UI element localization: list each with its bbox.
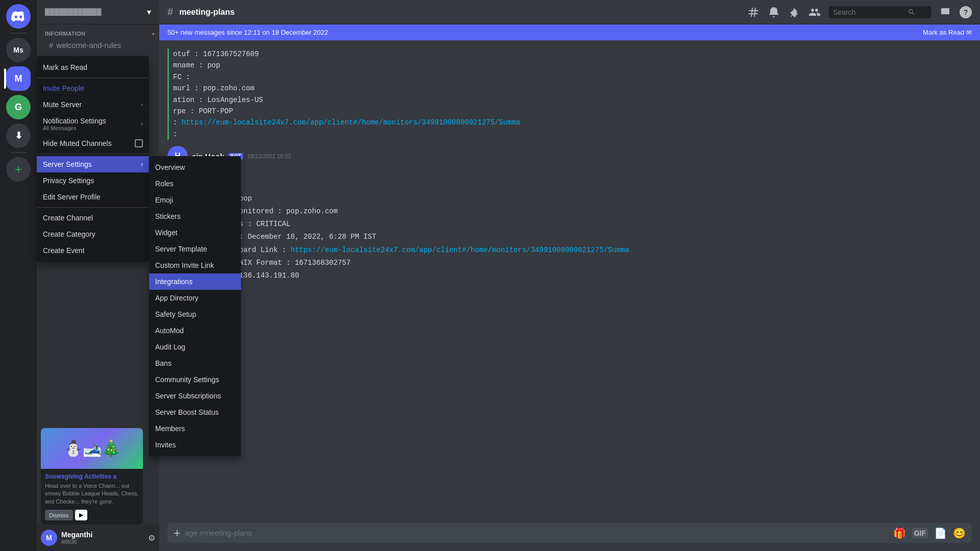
submenu-bans[interactable]: Bans — [149, 355, 241, 371]
hashtag-button[interactable] — [747, 6, 760, 18]
menu-create-channel-label: Create Channel — [43, 214, 143, 222]
message-author-row: H ain Hook BOT 18/12/2022 18:32 — [167, 146, 972, 166]
context-menu-overlay: Mark as Read Invite People Mute Server ›… — [37, 0, 159, 551]
help-icon[interactable]: ? — [960, 6, 972, 18]
server-icon-download[interactable]: ⬇ — [6, 123, 31, 148]
submenu-audit-log[interactable]: Audit Log — [149, 339, 241, 355]
detail-link-1[interactable]: https://eum-localsite24x7.com/app/client… — [290, 246, 629, 254]
pin-icon[interactable] — [788, 6, 800, 18]
message-content: s24x7 o is Critical lay Name : pop P Ser… — [192, 168, 972, 282]
menu-hide-muted-label: Hide Muted Channels — [43, 139, 135, 147]
chat-add-icon[interactable]: + — [174, 526, 181, 540]
mark-as-read-button[interactable]: Mark as Read ✉ — [923, 29, 972, 36]
menu-notification-settings[interactable]: Notification Settings All Messages › — [37, 113, 149, 135]
submenu-overview[interactable]: Overview — [149, 159, 241, 176]
menu-mark-as-read[interactable]: Mark as Read — [37, 59, 149, 76]
menu-create-category[interactable]: Create Category — [37, 226, 149, 242]
server-icon-download-label: ⬇ — [15, 130, 22, 141]
submenu-roles[interactable]: Roles — [149, 176, 241, 192]
inbox-icon[interactable] — [939, 6, 951, 18]
submenu-automod[interactable]: AutoMod — [149, 322, 241, 339]
submenu-app-directory[interactable]: App Directory — [149, 290, 241, 306]
menu-privacy-settings-label: Privacy Settings — [43, 177, 143, 185]
submenu-invites[interactable]: Invites — [149, 437, 241, 453]
discord-home-icon[interactable] — [6, 4, 31, 29]
submenu-stickers[interactable]: Stickers — [149, 208, 241, 224]
submenu-community-settings[interactable]: Community Settings — [149, 371, 241, 388]
menu-invite-people[interactable]: Invite People — [37, 80, 149, 96]
detail-line-5: nitor Dashboard Link : https://eum-local… — [192, 244, 972, 257]
menu-create-event-label: Create Event — [43, 246, 143, 255]
chat-input-field[interactable] — [185, 523, 889, 543]
submenu-server-boost-status[interactable]: Server Boost Status — [149, 404, 241, 420]
detail-line-7: olved IP : 136.143.191.80 — [192, 269, 972, 282]
message-line-4: murl : pop.zoho.com — [173, 83, 972, 94]
add-server-button[interactable]: + — [6, 157, 31, 182]
gif-icon[interactable]: GIF — [912, 528, 928, 538]
server-icon-green[interactable]: G — [6, 95, 31, 119]
detail-line-3: nitor status : CRITICAL — [192, 218, 972, 231]
menu-create-category-label: Create Category — [43, 230, 143, 238]
menu-edit-server-profile[interactable]: Edit Server Profile — [37, 189, 149, 205]
menu-invite-people-label: Invite People — [43, 84, 143, 92]
menu-mute-server[interactable]: Mute Server › — [37, 96, 149, 113]
menu-server-settings-chevron: › — [141, 161, 143, 168]
chat-header: # meeting-plans — [159, 0, 980, 24]
message-title: o is Critical — [192, 179, 972, 192]
members-icon[interactable] — [808, 6, 821, 18]
submenu-integrations[interactable]: Integrations — [149, 273, 241, 290]
server-icon-ms-label: Ms — [13, 46, 23, 54]
new-messages-banner: 50+ new messages since 12:11 on 18 Decem… — [159, 24, 980, 40]
server-icon-green-label: G — [15, 102, 22, 113]
chat-input-box: + 🎁 GIF 📄 😊 — [167, 523, 972, 543]
message-source: s24x7 — [192, 168, 972, 178]
channel-sidebar: ████████████ ▾ INFORMATION + # welcome-a… — [37, 0, 159, 551]
gift-icon[interactable]: 🎁 — [893, 527, 906, 539]
message-line-7: : https://eum-localsite24x7.com/app/clie… — [173, 117, 972, 128]
detail-line-2: P Servers Monitored : pop.zoho.com — [192, 205, 972, 218]
message-timestamp: 18/12/2022 18:32 — [247, 153, 291, 159]
notification-bell-icon[interactable] — [768, 6, 780, 18]
bot-message-block: H ain Hook BOT 18/12/2022 18:32 s24x7 o … — [167, 146, 972, 282]
menu-notification-chevron: › — [141, 120, 143, 128]
header-icons: ? — [747, 6, 972, 18]
emoji-icon[interactable]: 😊 — [953, 527, 966, 539]
message-link-1[interactable]: https://eum-localsite24x7.com/app/client… — [182, 118, 521, 127]
menu-mute-server-label: Mute Server — [43, 101, 141, 109]
message-line-1: otuf : 1671367527609 — [173, 48, 972, 60]
new-messages-text: 50+ new messages since 12:11 on 18 Decem… — [167, 29, 328, 36]
submenu-widget[interactable]: Widget — [149, 224, 241, 241]
chat-input-icons: 🎁 GIF 📄 😊 — [893, 527, 966, 539]
menu-hide-muted-checkbox[interactable] — [135, 139, 143, 147]
search-bar[interactable] — [829, 6, 931, 18]
submenu-emoji[interactable]: Emoji — [149, 192, 241, 208]
submenu-safety-setup[interactable]: Safety Setup — [149, 306, 241, 322]
menu-mark-as-read-label: Mark as Read — [43, 63, 143, 71]
menu-create-event[interactable]: Create Event — [37, 242, 149, 259]
menu-privacy-settings[interactable]: Privacy Settings — [37, 172, 149, 189]
menu-notification-settings-label: Notification Settings All Messages — [43, 117, 141, 131]
context-menu: Mark as Read Invite People Mute Server ›… — [37, 56, 149, 262]
server-settings-submenu: Overview Roles Emoji Stickers Widget Ser… — [149, 156, 241, 456]
menu-create-channel[interactable]: Create Channel — [37, 210, 149, 226]
menu-separator-2 — [37, 154, 149, 154]
message-line-6: rpe : PORT-POP — [173, 106, 972, 117]
search-input[interactable] — [833, 8, 904, 16]
chat-header-hash-icon: # — [167, 6, 173, 18]
sticker-icon[interactable]: 📄 — [934, 527, 947, 539]
submenu-custom-invite-link[interactable]: Custom Invite Link — [149, 257, 241, 273]
menu-server-settings[interactable]: Server Settings › Overview Roles Emoji S… — [37, 156, 149, 172]
submenu-server-subscriptions[interactable]: Server Subscriptions — [149, 388, 241, 404]
detail-line-4: ical since : December 18, 2022, 6:28 PM … — [192, 231, 972, 243]
server-icon-m[interactable]: M — [6, 66, 31, 91]
submenu-members[interactable]: Members — [149, 420, 241, 437]
message-line-2: mname : pop — [173, 60, 972, 71]
submenu-server-template[interactable]: Server Template — [149, 241, 241, 257]
menu-hide-muted-channels[interactable]: Hide Muted Channels — [37, 135, 149, 152]
code-block-message: otuf : 1671367527609 mname : pop FC : mu… — [167, 48, 972, 140]
menu-server-settings-label: Server Settings — [43, 160, 141, 168]
detail-line-6: wntime in UNIX Format : 1671368302757 — [192, 257, 972, 269]
chat-header-channel-name: meeting-plans — [179, 8, 234, 17]
server-icon-ms[interactable]: Ms — [6, 38, 31, 62]
menu-separator-1 — [37, 78, 149, 78]
